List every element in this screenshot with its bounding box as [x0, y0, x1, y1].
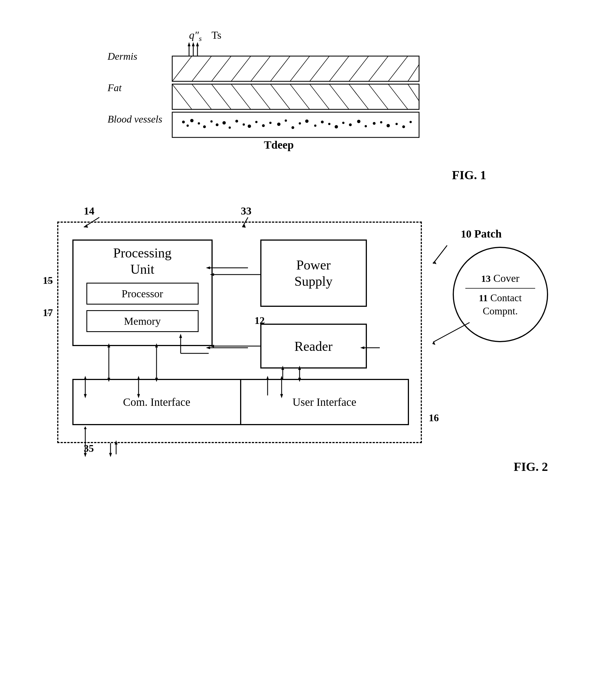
- svg-point-55: [291, 126, 294, 129]
- svg-line-11: [192, 56, 211, 81]
- svg-point-69: [395, 123, 398, 125]
- svg-rect-23: [172, 84, 419, 110]
- svg-marker-119: [109, 453, 112, 457]
- fig2-number: FIG. 2: [514, 460, 548, 474]
- outer-dashed-box: Processing Unit Processor Memory 15 ~ 17…: [57, 221, 422, 443]
- blood-vessels-label: Blood vessels: [108, 113, 162, 125]
- svg-line-34: [369, 84, 388, 110]
- svg-point-38: [182, 121, 185, 123]
- svg-line-18: [329, 56, 349, 81]
- fig1-diagram: q″ s Ts: [155, 28, 436, 151]
- svg-point-42: [203, 125, 206, 128]
- svg-text:s: s: [199, 34, 202, 43]
- svg-line-17: [310, 56, 329, 81]
- svg-line-21: [388, 56, 408, 81]
- svg-marker-102: [433, 261, 437, 264]
- svg-point-64: [357, 120, 360, 123]
- svg-line-32: [329, 84, 349, 110]
- svg-text:Tdeep: Tdeep: [264, 139, 294, 151]
- user-interface-box: User Interface: [241, 380, 408, 424]
- svg-line-22: [408, 65, 419, 81]
- svg-point-68: [387, 124, 390, 127]
- layer-labels: Dermis Fat Blood vessels: [108, 51, 162, 145]
- svg-marker-6: [192, 42, 195, 46]
- dermis-label: Dermis: [108, 51, 162, 62]
- svg-point-41: [198, 122, 200, 125]
- svg-point-54: [285, 120, 287, 122]
- svg-point-52: [269, 122, 271, 124]
- svg-line-35: [388, 84, 408, 110]
- svg-marker-8: [196, 42, 199, 46]
- svg-point-71: [409, 121, 412, 123]
- svg-line-31: [310, 84, 329, 110]
- fat-label: Fat: [108, 82, 162, 94]
- svg-point-70: [402, 125, 405, 128]
- svg-point-60: [328, 123, 330, 125]
- svg-point-44: [216, 123, 218, 126]
- svg-rect-9: [172, 56, 419, 81]
- reader-box: Reader: [260, 324, 367, 368]
- label-33: 33: [241, 205, 252, 217]
- svg-point-43: [210, 120, 213, 123]
- svg-point-57: [305, 120, 309, 123]
- svg-marker-4: [188, 42, 190, 46]
- svg-line-13: [231, 56, 251, 81]
- svg-point-49: [248, 125, 251, 128]
- svg-point-46: [228, 127, 231, 129]
- svg-text:q″: q″: [189, 29, 199, 41]
- svg-line-14: [251, 56, 270, 81]
- svg-line-27: [231, 84, 251, 110]
- label-35: 35: [84, 442, 94, 454]
- svg-point-39: [187, 125, 189, 127]
- contact-label: 11 ContactCompnt.: [479, 291, 522, 318]
- svg-point-67: [380, 121, 382, 123]
- svg-point-47: [235, 120, 238, 123]
- processing-unit-box: Processing Unit Processor Memory: [72, 239, 213, 346]
- interface-bar: Com. Interface User Interface: [72, 379, 409, 425]
- svg-line-16: [290, 56, 310, 81]
- com-interface-box: Com. Interface: [73, 380, 241, 424]
- svg-line-15: [270, 56, 290, 81]
- processing-unit-title: Processing Unit: [113, 245, 172, 277]
- svg-point-40: [190, 119, 194, 122]
- memory-box: Memory: [86, 310, 199, 332]
- svg-line-20: [369, 56, 388, 81]
- svg-point-61: [335, 125, 338, 129]
- svg-line-30: [290, 84, 310, 110]
- page: { "fig1": { "title": "FIG. 1", "formula_…: [0, 0, 591, 700]
- svg-point-59: [321, 121, 324, 123]
- label-10: 10 Patch: [461, 227, 502, 240]
- svg-point-62: [342, 122, 344, 124]
- svg-point-58: [314, 125, 316, 127]
- svg-line-19: [349, 56, 369, 81]
- svg-text:Ts: Ts: [211, 29, 221, 41]
- fig1-container: Dermis Fat Blood vessels q″ s Ts: [99, 28, 492, 185]
- power-supply-box: PowerSupply: [260, 239, 367, 307]
- processor-box: Processor: [86, 283, 199, 304]
- svg-line-12: [211, 56, 231, 81]
- svg-point-51: [262, 124, 265, 127]
- svg-line-24: [172, 84, 192, 110]
- fig1-number: FIG. 1: [452, 168, 486, 182]
- svg-marker-123: [432, 341, 435, 345]
- patch-circle: 13 Cover 11 ContactCompnt.: [453, 247, 548, 342]
- svg-line-28: [251, 84, 270, 110]
- svg-point-53: [277, 123, 280, 126]
- fig2-wrapper: 14: [29, 202, 562, 460]
- svg-line-10: [172, 56, 192, 81]
- label-14: 14: [84, 205, 94, 217]
- svg-point-50: [255, 121, 258, 123]
- svg-line-101: [433, 246, 447, 264]
- svg-rect-37: [172, 112, 419, 137]
- svg-line-36: [408, 84, 419, 101]
- svg-line-25: [192, 84, 211, 110]
- svg-point-65: [365, 125, 367, 127]
- svg-point-66: [373, 122, 376, 125]
- svg-point-45: [222, 121, 226, 125]
- cover-label: 13 Cover: [481, 272, 519, 285]
- svg-point-63: [349, 123, 352, 126]
- svg-point-56: [299, 122, 301, 125]
- svg-point-48: [243, 123, 245, 126]
- svg-line-33: [349, 84, 369, 110]
- label-16: 16: [429, 412, 439, 424]
